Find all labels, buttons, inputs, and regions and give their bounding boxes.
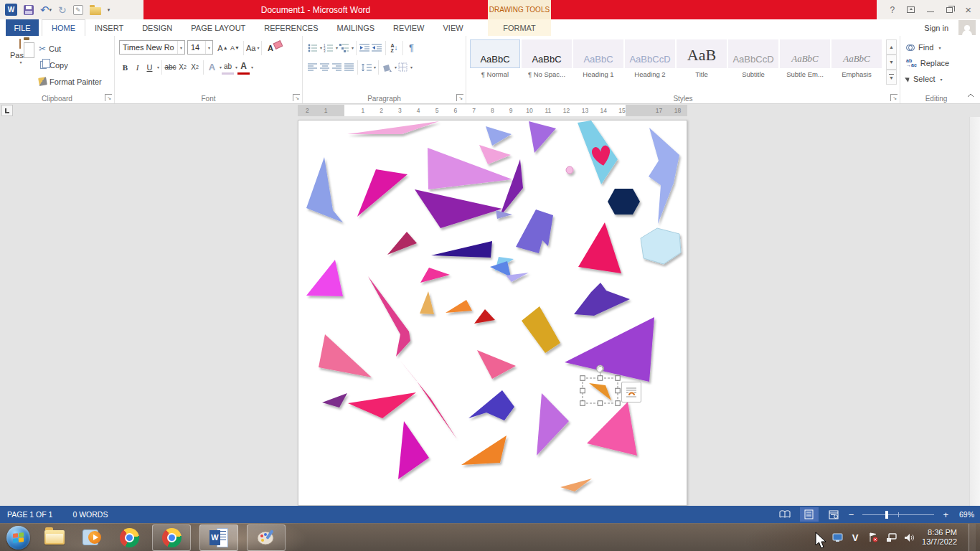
style-card-normal[interactable]: AaBbC¶ Normal [470, 39, 520, 78]
borders-button[interactable] [397, 60, 409, 75]
clear-formatting-button[interactable]: A [264, 40, 276, 55]
italic-button[interactable]: I [131, 60, 143, 75]
paste-dropdown-icon[interactable]: ▾ [6, 60, 36, 65]
tab-review[interactable]: REVIEW [384, 19, 433, 36]
tab-selector[interactable] [1, 105, 13, 116]
sandy-triangle-shape[interactable] [560, 479, 592, 491]
paragraph-dialog-launcher-icon[interactable]: ↘ [456, 94, 463, 101]
tab-references[interactable]: REFERENCES [255, 19, 327, 36]
font-name-input[interactable]: Times New Ro▾ [119, 40, 185, 55]
help-icon[interactable]: ? [890, 6, 895, 14]
cornflower-small-shape[interactable] [490, 261, 511, 277]
goldenrod-quad-shape[interactable] [522, 306, 560, 353]
restore-icon[interactable] [946, 7, 953, 13]
open-folder-icon[interactable] [90, 4, 101, 17]
style-card-no-spac[interactable]: AaBbC¶ No Spac... [522, 39, 572, 78]
slate-irregular-shape[interactable] [516, 209, 553, 253]
read-mode-icon[interactable] [776, 507, 794, 522]
plum-small-shape[interactable] [322, 393, 347, 408]
layout-options-button[interactable] [621, 382, 641, 402]
cut-button[interactable]: ✂Cut [39, 40, 102, 57]
replace-button[interactable]: ab→acReplace [900, 55, 972, 71]
navy-hexagon-shape[interactable] [608, 189, 640, 215]
clipboard-dialog-launcher-icon[interactable]: ↘ [105, 94, 112, 101]
purple-triangle-shape[interactable] [415, 189, 502, 228]
pink-sliver-long-shape[interactable] [368, 276, 410, 357]
salmon-triangle-shape[interactable] [477, 350, 516, 379]
hot-pink-triangle-shape[interactable] [348, 392, 416, 418]
sign-in-link[interactable]: Sign in [924, 19, 948, 36]
tray-network-icon[interactable] [885, 532, 897, 543]
big-purple-triangle-shape[interactable] [565, 317, 654, 382]
magenta-wedge-shape[interactable] [357, 169, 407, 217]
align-right-button[interactable] [331, 60, 343, 75]
zoom-slider[interactable] [862, 514, 934, 515]
zoom-in-icon[interactable]: + [943, 510, 948, 519]
taskbar-button-start[interactable] [3, 524, 33, 551]
save-icon[interactable] [24, 4, 34, 17]
cyan-hexagon-shape[interactable] [641, 228, 681, 264]
magenta-sliver-shape[interactable] [400, 361, 457, 439]
zoom-percent[interactable]: 69% [954, 510, 974, 519]
tan-triangle-shape[interactable] [420, 291, 434, 314]
bold-button[interactable]: B [119, 60, 131, 75]
tray-v-app-icon[interactable]: V [849, 532, 861, 543]
numbering-button[interactable]: 123 [322, 40, 334, 55]
format-painter-button[interactable]: Format Painter [39, 73, 102, 90]
tab-mailings[interactable]: MAILINGS [328, 19, 385, 36]
orange-triangle-shape[interactable] [461, 435, 507, 465]
change-case-button[interactable]: Aa▾ [246, 40, 259, 55]
tab-page-layout[interactable]: PAGE LAYOUT [182, 19, 255, 36]
violet-magenta-triangle-shape[interactable] [306, 260, 343, 296]
tab-file[interactable]: FILE [6, 19, 39, 36]
increase-indent-button[interactable] [371, 40, 383, 55]
underline-button[interactable]: U [143, 60, 156, 75]
amethyst-triangle-shape[interactable] [529, 121, 556, 153]
zoom-slider-thumb[interactable] [885, 511, 888, 519]
line-spacing-dropdown-icon[interactable]: ▾ [374, 65, 376, 70]
text-effects-button[interactable]: A [206, 60, 218, 75]
tab-home[interactable]: HOME [42, 19, 85, 36]
draft-view-icon[interactable]: ✎ [73, 4, 83, 17]
violet-wedge-shape[interactable] [499, 159, 523, 217]
deep-purple-mountain-shape[interactable] [574, 283, 630, 316]
taskbar-button-explorer[interactable] [39, 524, 70, 551]
taskbar-button-media-player[interactable] [76, 524, 108, 551]
style-card-emphasis[interactable]: AaBbCEmphasis [831, 39, 882, 78]
shading-button[interactable] [381, 60, 393, 75]
tray-display-app-icon[interactable] [831, 532, 843, 543]
style-card-subtitle[interactable]: AaBbCcDSubtitle [728, 39, 778, 78]
print-layout-icon[interactable] [800, 507, 819, 522]
paste-button[interactable]: Paste ▾ [4, 39, 36, 93]
style-card-heading-1[interactable]: AaBbCHeading 1 [573, 39, 623, 78]
justify-button[interactable] [343, 60, 355, 75]
periwinkle-bolt-shape[interactable] [649, 128, 679, 224]
pink-dot-shape[interactable] [566, 166, 573, 174]
pink-bottom-triangle-shape[interactable] [587, 402, 637, 456]
styles-more-icon[interactable]: ▼ [886, 70, 897, 85]
font-color-dropdown-icon[interactable]: ▾ [251, 65, 253, 70]
taskbar-button-chrome[interactable] [113, 524, 145, 551]
align-center-button[interactable] [319, 60, 331, 75]
styles-dialog-launcher-icon[interactable]: ↘ [890, 94, 897, 101]
tray-volume-icon[interactable] [903, 532, 915, 543]
underline-dropdown-icon[interactable]: ▾ [157, 65, 159, 70]
pink-sliver-top-shape[interactable] [347, 121, 439, 134]
blue-violet-pentagon-shape[interactable] [468, 390, 514, 420]
selected-orange-wedge-shape[interactable] [589, 383, 611, 400]
multilevel-list-button[interactable] [338, 40, 350, 55]
web-layout-icon[interactable] [824, 507, 843, 522]
vertical-scrollbar[interactable] [969, 117, 980, 506]
show-formatting-button[interactable]: ¶ [405, 40, 418, 55]
rose-triangle-shape[interactable] [319, 334, 372, 377]
taskbar-button-chrome-window[interactable] [152, 524, 191, 551]
style-card-subtle-em[interactable]: AaBbCSubtle Em... [780, 39, 830, 78]
tab-design[interactable]: DESIGN [133, 19, 182, 36]
page-count[interactable]: PAGE 1 OF 1 [7, 510, 52, 519]
word-count[interactable]: 0 WORDS [72, 510, 108, 519]
align-left-button[interactable] [306, 60, 319, 75]
dark-red-triangle-shape[interactable] [474, 309, 495, 324]
tab-view[interactable]: VIEW [434, 19, 473, 36]
tab-format[interactable]: FORMAT [488, 19, 551, 36]
style-card-title[interactable]: AaBTitle [677, 39, 727, 78]
